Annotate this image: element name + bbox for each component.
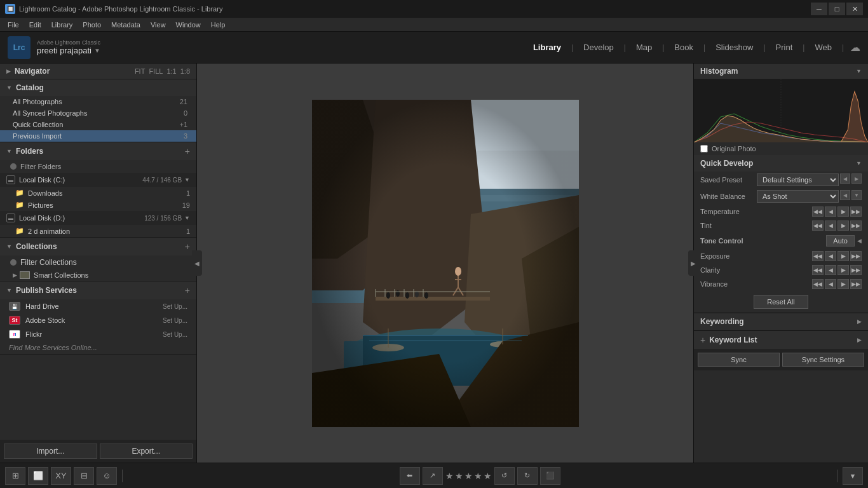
catalog-synced[interactable]: All Synced Photographs 0 xyxy=(0,107,196,119)
clarity-dbl-inc[interactable]: ▶▶ xyxy=(850,265,862,275)
tint-dbl-dec[interactable]: ◀◀ xyxy=(812,220,824,231)
vibrance-dbl-dec[interactable]: ◀◀ xyxy=(812,279,824,289)
vibrance-inc[interactable]: ▶ xyxy=(837,279,849,289)
publish-flickr[interactable]: f l Flickr Set Up... xyxy=(0,327,196,341)
exposure-dbl-inc[interactable]: ▶▶ xyxy=(850,251,862,261)
vibrance-dec[interactable]: ◀ xyxy=(825,279,836,289)
star-2[interactable]: ★ xyxy=(455,471,463,481)
wb-next[interactable]: ▼ xyxy=(851,190,862,200)
folder-pictures[interactable]: 📁 Pictures 19 xyxy=(0,199,196,211)
temp-dbl-inc[interactable]: ▶▶ xyxy=(850,207,862,217)
close-button[interactable]: ✕ xyxy=(846,3,863,15)
menu-view[interactable]: View xyxy=(146,20,171,30)
menu-photo[interactable]: Photo xyxy=(78,20,106,30)
saved-preset-select[interactable]: Default Settings xyxy=(757,173,839,186)
star-1[interactable]: ★ xyxy=(445,471,454,481)
menu-help[interactable]: Help xyxy=(206,20,231,30)
module-book[interactable]: Book xyxy=(665,40,702,55)
dropdown-icon[interactable]: ▼ xyxy=(94,47,100,54)
tone-auto-button[interactable]: Auto xyxy=(826,235,855,247)
clarity-dbl-dec[interactable]: ◀◀ xyxy=(812,265,824,275)
saved-preset-next[interactable]: ▶ xyxy=(851,173,862,184)
nav-view-1-8[interactable]: 1:8 xyxy=(180,67,190,75)
histogram-header[interactable]: Histogram ▼ xyxy=(694,64,868,79)
flickr-setup[interactable]: Set Up... xyxy=(160,330,190,339)
nav-view-fill[interactable]: FILL xyxy=(149,67,163,75)
catalog-header[interactable]: ▼ Catalog xyxy=(0,79,196,96)
folders-add-button[interactable]: + xyxy=(185,146,190,156)
import-button[interactable]: Import... xyxy=(4,444,97,459)
star-4[interactable]: ★ xyxy=(474,471,482,481)
rotate-left[interactable]: ↺ xyxy=(494,467,515,485)
white-balance-select[interactable]: As Shot xyxy=(757,190,839,203)
rotate-right[interactable]: ↻ xyxy=(517,467,538,485)
disk-d[interactable]: ▬ Local Disk (D:) 123 / 156 GB ▼ xyxy=(0,211,196,225)
temp-dec[interactable]: ◀ xyxy=(825,207,836,217)
menu-file[interactable]: File xyxy=(3,20,24,30)
sync-settings-button[interactable]: Sync Settings xyxy=(782,353,864,367)
menu-edit[interactable]: Edit xyxy=(24,20,46,30)
tint-dbl-inc[interactable]: ▶▶ xyxy=(850,220,862,231)
temp-inc[interactable]: ▶ xyxy=(837,207,849,217)
smart-collections-row[interactable]: ▶ Smart Collections xyxy=(0,269,196,281)
module-library[interactable]: Library xyxy=(524,40,570,55)
catalog-previous-import[interactable]: Previous Import 3 xyxy=(0,130,196,142)
survey-view-button[interactable]: ⊟ xyxy=(74,467,94,485)
compare-view-button[interactable]: XY xyxy=(51,467,71,485)
vibrance-dbl-inc[interactable]: ▶▶ xyxy=(850,279,862,289)
sync-button[interactable]: Sync xyxy=(698,353,780,367)
module-slideshow[interactable]: Slideshow xyxy=(707,40,762,55)
crop-tool[interactable]: ⬛ xyxy=(540,467,560,485)
find-more-services[interactable]: Find More Services Online... xyxy=(0,341,196,354)
publish-services-header[interactable]: ▼ Publish Services + xyxy=(0,281,196,299)
navigator-header[interactable]: ▶ Navigator FIT FILL 1:1 1:8 xyxy=(0,64,196,79)
clarity-dec[interactable]: ◀ xyxy=(825,265,836,275)
exposure-dbl-dec[interactable]: ◀◀ xyxy=(812,251,824,261)
tint-dec[interactable]: ◀ xyxy=(825,220,836,231)
loupe-view-button[interactable]: ⬜ xyxy=(28,467,48,485)
minimize-button[interactable]: ─ xyxy=(811,3,827,15)
original-photo-checkbox[interactable] xyxy=(700,145,708,152)
module-develop[interactable]: Develop xyxy=(574,40,623,55)
star-5[interactable]: ★ xyxy=(484,471,492,481)
clarity-inc[interactable]: ▶ xyxy=(837,265,849,275)
flag-reject[interactable]: ⬅ xyxy=(400,467,420,485)
exposure-inc[interactable]: ▶ xyxy=(837,251,849,261)
keyword-list-plus[interactable]: + xyxy=(700,335,705,345)
module-web[interactable]: Web xyxy=(806,40,841,55)
export-button[interactable]: Export... xyxy=(100,444,193,459)
filter-folders-row[interactable]: Filter Folders xyxy=(0,160,196,173)
temp-dbl-dec[interactable]: ◀◀ xyxy=(812,207,824,217)
reset-all-button[interactable]: Reset All xyxy=(754,295,808,309)
grid-view-button[interactable]: ⊞ xyxy=(5,467,25,485)
publish-add-button[interactable]: + xyxy=(185,285,190,295)
module-map[interactable]: Map xyxy=(627,40,661,55)
adobe-stock-setup[interactable]: Set Up... xyxy=(160,316,190,325)
toggle-right-panel[interactable]: ▶ xyxy=(688,250,698,276)
disk-c[interactable]: ▬ Local Disk (C:) 44.7 / 146 GB ▼ xyxy=(0,173,196,187)
nav-view-fit[interactable]: FIT xyxy=(135,67,146,75)
keyword-list-header[interactable]: + Keyword List ▶ xyxy=(694,330,868,349)
wb-prev[interactable]: ◀ xyxy=(840,190,850,200)
publish-hard-drive[interactable]: 💾 Hard Drive Set Up... xyxy=(0,299,196,313)
cloud-icon[interactable]: ☁ xyxy=(850,41,860,53)
tint-inc[interactable]: ▶ xyxy=(837,220,849,231)
menu-window[interactable]: Window xyxy=(171,20,206,30)
exposure-dec[interactable]: ◀ xyxy=(825,251,836,261)
maximize-button[interactable]: □ xyxy=(829,3,845,15)
folders-header[interactable]: ▼ Folders + xyxy=(0,142,196,160)
keywording-header[interactable]: Keywording ▶ xyxy=(694,313,868,330)
people-view-button[interactable]: ☺ xyxy=(97,467,117,485)
folder-2d-animation[interactable]: 📁 2 d animation 1 xyxy=(0,225,196,237)
catalog-quick-collection[interactable]: Quick Collection + 1 xyxy=(0,119,196,130)
menu-metadata[interactable]: Metadata xyxy=(106,20,146,30)
quick-develop-header[interactable]: Quick Develop ▼ xyxy=(694,155,868,172)
collections-add-button[interactable]: + xyxy=(185,241,190,252)
folder-downloads[interactable]: 📁 Downloads 1 xyxy=(0,187,196,199)
publish-adobe-stock[interactable]: St Adobe Stock Set Up... xyxy=(0,313,196,327)
module-print[interactable]: Print xyxy=(767,40,802,55)
saved-preset-prev[interactable]: ◀ xyxy=(840,173,850,184)
collections-header[interactable]: ▼ Collections + xyxy=(0,238,196,255)
hard-drive-setup[interactable]: Set Up... xyxy=(160,302,190,311)
menu-library[interactable]: Library xyxy=(46,20,78,30)
